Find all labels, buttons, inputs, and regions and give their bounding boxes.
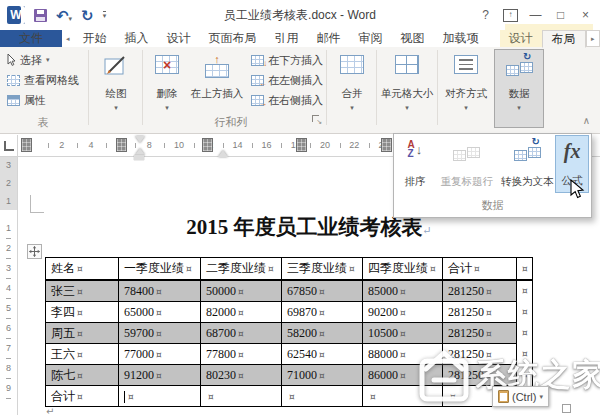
column-marker[interactable] xyxy=(21,138,32,152)
table-cell[interactable]: 陈七¤ xyxy=(46,365,119,386)
table-cell[interactable]: ¤ xyxy=(201,386,282,407)
table-cell[interactable]: 281250¤ xyxy=(443,344,517,365)
table-cell[interactable]: 李四¤ xyxy=(46,302,119,323)
view-gridlines-button[interactable]: 查看网格线 xyxy=(4,71,82,89)
table-cell[interactable]: 68700¤ xyxy=(201,323,282,344)
data-button[interactable]: ↻ 数据 ▾ xyxy=(494,49,544,128)
table-cell[interactable]: 281250¤ xyxy=(443,365,517,386)
tab-design[interactable]: 设计 xyxy=(158,30,200,47)
insert-right-button[interactable]: → 在右侧插入 xyxy=(248,91,326,109)
table-cell[interactable]: 281250¤ xyxy=(443,323,517,344)
table-cell[interactable]: 78400¤ xyxy=(119,280,201,302)
tab-scroll-right-icon[interactable]: ▸ xyxy=(586,30,600,47)
table-cell[interactable]: 69870¤ xyxy=(282,302,363,323)
end-of-cell-mark: ¤ xyxy=(319,308,325,318)
repeat-header-rows-button[interactable]: 重复标题行 xyxy=(434,135,500,193)
table-cell[interactable]: 91200¤ xyxy=(119,365,201,386)
table-cell[interactable]: 62540¤ xyxy=(282,344,363,365)
table-cell[interactable]: 281250¤ xyxy=(443,280,517,302)
table-cell[interactable]: ¤ xyxy=(282,386,363,407)
merge-button[interactable]: 合并 ▾ xyxy=(330,49,374,128)
tab-table-design[interactable]: 设计 xyxy=(500,30,542,47)
undo-dropdown-icon[interactable]: ▾ xyxy=(69,15,73,22)
table-cell[interactable]: 85000¤ xyxy=(363,280,443,302)
column-marker[interactable] xyxy=(116,138,127,152)
table-resize-handle[interactable] xyxy=(562,404,571,413)
alignment-button[interactable]: 对齐方式 ▾ xyxy=(440,49,492,128)
column-marker[interactable] xyxy=(202,138,213,152)
insert-below-button[interactable]: ↓ 在下方插入 xyxy=(248,51,326,69)
tab-page-layout[interactable]: 页面布局 xyxy=(200,30,266,47)
tab-table-layout[interactable]: 布局 xyxy=(542,30,586,48)
properties-button[interactable]: 属性 xyxy=(4,91,49,109)
ruler-tick xyxy=(369,143,370,148)
table-cell[interactable]: 50000¤ xyxy=(201,280,282,302)
select-button[interactable]: 选择 ▾ xyxy=(4,51,53,69)
cell-indent-marker[interactable] xyxy=(218,150,228,157)
table-cell[interactable]: ¤ xyxy=(119,386,201,407)
end-of-cell-mark: ¤ xyxy=(486,371,492,381)
table-cell[interactable]: 张三¤ xyxy=(46,280,119,302)
table-cell[interactable]: ¤ xyxy=(363,386,443,407)
tab-review[interactable]: 审阅 xyxy=(350,30,392,47)
tab-view[interactable]: 视图 xyxy=(392,30,434,47)
table-cell[interactable]: 90200¤ xyxy=(363,302,443,323)
table-cell[interactable]: 59700¤ xyxy=(119,323,201,344)
table-cell[interactable]: 65000¤ xyxy=(119,302,201,323)
ruler-number: 3 xyxy=(0,263,17,273)
tab-insert[interactable]: 插入 xyxy=(116,30,158,47)
save-icon[interactable] xyxy=(34,9,47,22)
redo-icon[interactable]: ↻ xyxy=(81,8,94,23)
table-header-cell[interactable]: 姓名¤ xyxy=(46,258,119,281)
table-cell[interactable]: 71000¤ xyxy=(282,365,363,386)
left-indent-marker[interactable] xyxy=(134,155,144,160)
end-of-cell-mark: ¤ xyxy=(319,350,325,360)
undo-button[interactable]: ↶▾ xyxy=(56,8,72,23)
cell-size-button[interactable]: 单元格大小 ▾ xyxy=(379,49,435,128)
table-cell[interactable]: 王六¤ xyxy=(46,344,119,365)
column-marker[interactable] xyxy=(296,138,307,152)
tab-references[interactable]: 引用 xyxy=(266,30,308,47)
tab-file[interactable]: 文件 xyxy=(0,30,62,47)
table-cell[interactable]: 67850¤ xyxy=(282,280,363,302)
table-cell[interactable]: 周五¤ xyxy=(46,323,119,344)
paste-options-button[interactable]: (Ctrl) ▾ xyxy=(492,386,549,407)
table-cell[interactable]: 80230¤ xyxy=(201,365,282,386)
convert-to-text-button[interactable]: ↻ 转换为文本 xyxy=(499,135,555,193)
column-marker[interactable] xyxy=(381,138,392,152)
table-cell[interactable]: 合计¤ xyxy=(46,386,119,407)
table-move-handle[interactable] xyxy=(27,244,42,259)
header-text: 合计 xyxy=(448,261,472,275)
end-of-cell-mark: ¤ xyxy=(486,350,492,360)
table-cell[interactable]: 77000¤ xyxy=(119,344,201,365)
table-cell[interactable]: 58200¤ xyxy=(282,323,363,344)
customize-qat-icon[interactable]: ▾ xyxy=(103,11,107,19)
performance-table[interactable]: 姓名¤一季度业绩¤二季度业绩¤三季度业绩¤四季度业绩¤合计¤¤张三¤78400¤… xyxy=(45,257,533,407)
tab-addins[interactable]: 加载项 xyxy=(434,30,488,47)
table-cell[interactable]: 281250¤ xyxy=(443,302,517,323)
help-button[interactable]: ? xyxy=(473,1,498,29)
table-header-cell[interactable]: 一季度业绩¤ xyxy=(119,258,201,281)
sort-button[interactable]: AZ ↓ 排序 xyxy=(396,135,434,193)
table-header-cell[interactable]: 四季度业绩¤ xyxy=(363,258,443,281)
tab-scroll-left-icon[interactable]: ◂ xyxy=(62,30,74,47)
table-cell[interactable]: 88000¤ xyxy=(363,344,443,365)
collapse-ribbon-icon[interactable]: ∧ xyxy=(583,115,590,126)
table-header-cell[interactable]: 合计¤ xyxy=(443,258,517,281)
tab-stop-selector[interactable] xyxy=(0,135,18,157)
table-cell[interactable]: 82000¤ xyxy=(201,302,282,323)
hanging-indent-marker[interactable] xyxy=(135,148,145,155)
table-cell[interactable]: 77800¤ xyxy=(201,344,282,365)
ruler-tick xyxy=(223,143,224,148)
rows-cols-dialog-launcher[interactable]: ↘ xyxy=(312,115,322,125)
cell-size-icon xyxy=(395,55,419,74)
table-header-cell[interactable]: 三季度业绩¤ xyxy=(282,258,363,281)
table-cell[interactable]: 10500¤ xyxy=(363,323,443,344)
tab-mailings[interactable]: 邮件 xyxy=(308,30,350,47)
table-cell[interactable]: 86000¤ xyxy=(363,365,443,386)
insert-left-button[interactable]: ← 在左侧插入 xyxy=(248,71,326,89)
tab-home[interactable]: 开始 xyxy=(74,30,116,47)
draw-table-button[interactable]: 绘图 ▾ xyxy=(92,49,140,128)
first-line-indent-marker[interactable] xyxy=(135,136,145,143)
table-header-cell[interactable]: 二季度业绩¤ xyxy=(201,258,282,281)
